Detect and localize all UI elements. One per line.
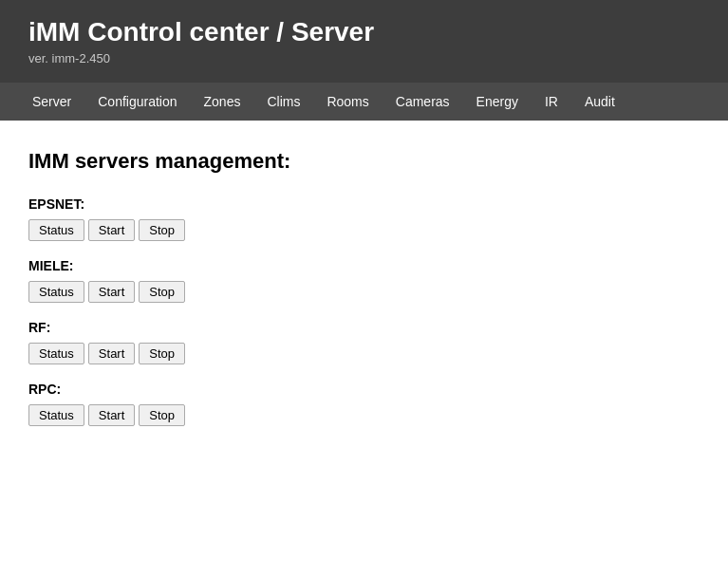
rf-status-button[interactable]: Status [28, 343, 84, 364]
epsnet-stop-button[interactable]: Stop [139, 219, 185, 241]
header-version: ver. imm-2.450 [28, 51, 700, 65]
rf-stop-button[interactable]: Stop [139, 343, 185, 364]
nav-server[interactable]: Server [19, 83, 84, 121]
epsnet-status-button[interactable]: Status [28, 219, 84, 241]
nav-configuration[interactable]: Configuration [84, 83, 190, 121]
server-label-rf: RF: [28, 320, 700, 335]
button-group-rf: Status Start Stop [28, 343, 700, 364]
server-section-epsnet: EPSNET: Status Start Stop [28, 196, 700, 241]
server-label-rpc: RPC: [28, 382, 700, 397]
nav-ir[interactable]: IR [532, 83, 571, 121]
nav-rooms[interactable]: Rooms [313, 83, 382, 121]
epsnet-start-button[interactable]: Start [88, 219, 135, 241]
header: iMM Control center / Server ver. imm-2.4… [0, 0, 728, 83]
miele-start-button[interactable]: Start [88, 281, 135, 303]
button-group-miele: Status Start Stop [28, 281, 700, 303]
miele-stop-button[interactable]: Stop [139, 281, 185, 303]
rpc-start-button[interactable]: Start [88, 404, 135, 426]
navbar: Server Configuration Zones Clims Rooms C… [0, 83, 728, 121]
server-section-rpc: RPC: Status Start Stop [28, 382, 700, 426]
server-label-epsnet: EPSNET: [28, 196, 700, 212]
rpc-status-button[interactable]: Status [28, 404, 84, 426]
nav-audit[interactable]: Audit [571, 83, 628, 121]
nav-energy[interactable]: Energy [463, 83, 532, 121]
server-section-rf: RF: Status Start Stop [28, 320, 700, 364]
nav-clims[interactable]: Clims [253, 83, 313, 121]
page-title: IMM servers management: [28, 149, 700, 174]
header-title: iMM Control center / Server [28, 17, 700, 47]
main-content: IMM servers management: EPSNET: Status S… [0, 121, 728, 472]
rf-start-button[interactable]: Start [88, 343, 135, 364]
server-section-miele: MIELE: Status Start Stop [28, 258, 700, 303]
server-label-miele: MIELE: [28, 258, 700, 273]
button-group-rpc: Status Start Stop [28, 404, 700, 426]
miele-status-button[interactable]: Status [28, 281, 84, 303]
nav-zones[interactable]: Zones [191, 83, 254, 121]
nav-cameras[interactable]: Cameras [383, 83, 463, 121]
button-group-epsnet: Status Start Stop [28, 219, 700, 241]
rpc-stop-button[interactable]: Stop [139, 404, 185, 426]
